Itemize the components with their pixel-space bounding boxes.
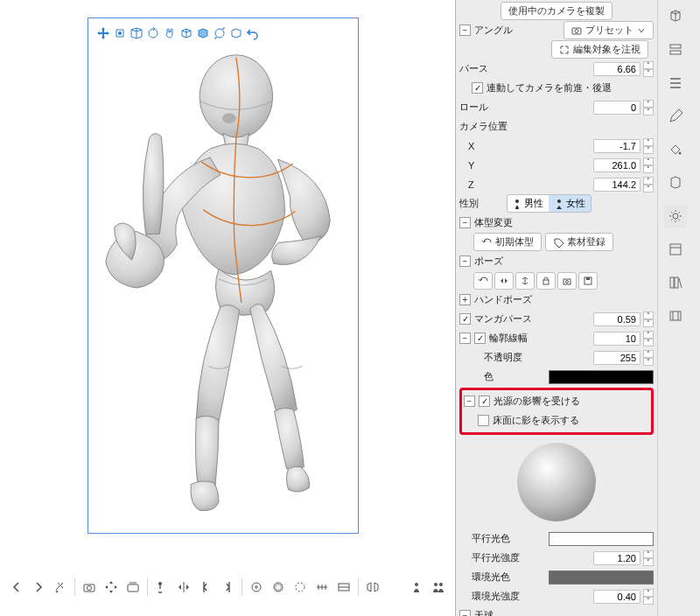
body-type-toggle[interactable]: − [459, 217, 471, 228]
roll-field[interactable]: 0 [593, 101, 640, 115]
nav-prev-icon[interactable] [7, 578, 26, 597]
gender-male-button[interactable]: 男性 [508, 195, 549, 212]
mirror-pose-icon[interactable] [363, 578, 382, 597]
panel-library-icon[interactable] [664, 172, 687, 194]
view-undo-icon[interactable] [245, 25, 261, 41]
manga-perspective-checkbox[interactable]: ✓ [459, 313, 471, 325]
single-figure-icon[interactable] [407, 578, 426, 597]
pose-mirror-icon[interactable] [494, 272, 514, 290]
redo-step-icon[interactable] [218, 578, 237, 597]
show-floor-shadow-checkbox[interactable] [478, 415, 489, 426]
z-field[interactable]: 144.2 [593, 178, 640, 192]
axis-toggle-icon[interactable] [152, 578, 172, 597]
nav-next-icon[interactable] [29, 578, 48, 597]
loop-toggle-icon[interactable] [290, 578, 310, 597]
view-move-icon[interactable] [95, 25, 111, 41]
outline-width-label: 輪郭線幅 [489, 332, 590, 345]
multi-figure-icon[interactable] [429, 578, 448, 597]
right-pane: 使用中のカメラを複製 − アングル プリセット 編集対象を注視 パース 6.66… [455, 0, 700, 616]
interp-2-icon[interactable] [269, 578, 288, 597]
chevron-down-icon [637, 26, 646, 35]
view-loop-icon[interactable] [212, 25, 228, 41]
parallel-light-color-swatch[interactable] [549, 532, 654, 546]
opacity-field[interactable]: 255 [593, 351, 640, 365]
panel-bucket-icon[interactable] [664, 138, 687, 161]
move-camera-checkbox[interactable]: ✓ [472, 82, 483, 94]
camera-frame-icon[interactable] [123, 578, 143, 597]
gender-female-button[interactable]: 女性 [549, 195, 591, 212]
view-hand-icon[interactable] [162, 25, 178, 41]
light-preview[interactable] [504, 438, 609, 526]
view-rotate-icon[interactable] [145, 25, 161, 41]
angle-collapse-toggle[interactable]: − [459, 24, 471, 36]
x-stepper[interactable]: ˄˅ [643, 138, 654, 154]
camera-reset-icon[interactable] [80, 578, 99, 597]
pose-save-icon[interactable] [578, 272, 598, 290]
view-cube-1-icon[interactable] [178, 25, 194, 41]
viewport[interactable] [88, 18, 359, 534]
outline-width-checkbox[interactable]: ✓ [474, 332, 486, 344]
panel-window-icon[interactable] [664, 238, 687, 261]
z-label: Z [459, 179, 517, 190]
pose-camera-icon[interactable] [557, 272, 577, 290]
panel-timeline-icon[interactable] [664, 38, 687, 61]
preset-dropdown[interactable]: プリセット [564, 21, 654, 39]
female-icon [555, 199, 564, 209]
pose-reset-icon[interactable] [473, 272, 493, 290]
roll-stepper[interactable]: ˄˅ [643, 100, 654, 116]
outline-width-field[interactable]: 10 [593, 332, 640, 346]
view-cube-2-icon[interactable] [195, 25, 211, 41]
svg-point-5 [88, 586, 92, 591]
interp-1-icon[interactable] [247, 578, 266, 597]
initial-body-button[interactable]: 初期体型 [473, 233, 542, 251]
timeline-2-icon[interactable] [334, 578, 354, 597]
sky-toggle[interactable]: − [459, 610, 471, 616]
manga-perspective-field[interactable]: 0.59 [593, 312, 640, 326]
camera-focus-icon[interactable] [102, 578, 121, 597]
settings-icon[interactable] [51, 578, 70, 597]
panel-clips-icon[interactable] [664, 304, 687, 327]
outline-width-stepper[interactable]: ˄˅ [643, 331, 654, 346]
x-field[interactable]: -1.7 [593, 139, 640, 153]
outline-width-toggle[interactable]: − [459, 332, 471, 344]
duplicate-camera-button[interactable]: 使用中のカメラを複製 [500, 2, 612, 20]
perspective-field[interactable]: 6.66 [593, 62, 640, 76]
view-center-icon[interactable] [112, 25, 128, 41]
undo-step-icon[interactable] [196, 578, 215, 597]
pose-flip-icon[interactable] [515, 272, 535, 290]
panel-pencil-icon[interactable] [664, 105, 687, 128]
x-label: X [459, 141, 517, 151]
pose-lock-icon[interactable] [536, 272, 556, 290]
opacity-stepper[interactable]: ˄˅ [643, 350, 654, 366]
focus-edit-target-button[interactable]: 編集対象を注視 [551, 40, 648, 59]
figure-3d[interactable] [88, 18, 358, 531]
y-stepper[interactable]: ˄˅ [643, 158, 654, 173]
lighting-toggle[interactable]: − [464, 396, 475, 407]
outline-color-swatch[interactable] [549, 370, 654, 384]
register-material-button[interactable]: 素材登録 [545, 233, 613, 251]
manga-perspective-stepper[interactable]: ˄˅ [643, 312, 654, 327]
gender-segment: 男性 女性 [507, 194, 592, 213]
parallel-light-intensity-field[interactable]: 1.20 [593, 551, 640, 565]
gender-label: 性別 [459, 197, 503, 210]
ambient-light-intensity-field[interactable]: 0.40 [593, 590, 640, 604]
svg-point-17 [575, 29, 578, 32]
ambient-light-color-swatch[interactable] [549, 570, 654, 584]
panel-books-icon[interactable] [664, 271, 687, 294]
view-fit-icon[interactable] [129, 25, 144, 41]
y-field[interactable]: 261.0 [593, 158, 640, 172]
view-cube-3-icon[interactable] [228, 25, 244, 41]
receive-light-checkbox[interactable]: ✓ [479, 396, 490, 407]
panel-gear-icon[interactable] [664, 205, 687, 228]
timeline-1-icon[interactable] [312, 578, 332, 597]
hand-pose-toggle[interactable]: + [459, 294, 471, 305]
ambient-light-intensity-stepper[interactable]: ˄˅ [643, 589, 654, 605]
svg-point-3 [222, 113, 236, 123]
pose-toggle[interactable]: − [459, 256, 471, 267]
parallel-light-intensity-stepper[interactable]: ˄˅ [643, 550, 654, 566]
panel-list-icon[interactable] [664, 72, 687, 94]
panel-objects-icon[interactable] [664, 5, 687, 28]
z-stepper[interactable]: ˄˅ [643, 177, 654, 192]
perspective-stepper[interactable]: ˄˅ [643, 61, 654, 77]
flip-h-icon[interactable] [174, 578, 193, 597]
